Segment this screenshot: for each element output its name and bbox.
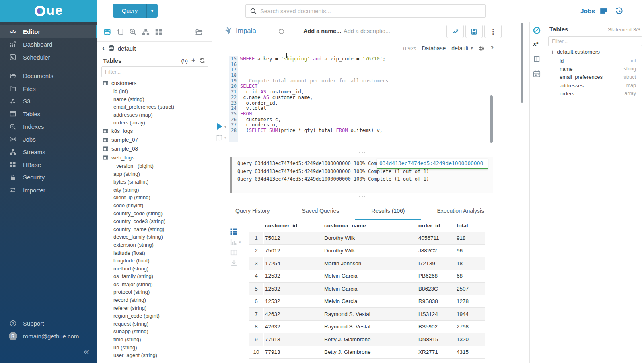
table-row[interactable]: 317254Martin JohnsonI72T3918 [249,257,485,270]
language-reference-icon[interactable] [533,56,541,63]
execute-button[interactable] [217,123,222,130]
tab-execution-analysis[interactable]: Execution Analysis [421,203,500,220]
table-row[interactable]: 612532Melvin GarciaR9S8381278 [249,295,485,308]
column-item[interactable]: code (tinyint) [97,202,212,210]
assist-table[interactable]: i default.customers [552,49,600,55]
help-icon[interactable]: ? [490,45,494,52]
table-item-sample-07[interactable]: sample_07 [97,136,212,144]
table-row[interactable]: 977913Betty J. GiambroneDN88151320 [249,333,485,346]
column-item[interactable]: method (string) [97,265,212,273]
query-id-tooltip[interactable]: 034d413ec7474ed5:4249de1000000000 [377,159,488,169]
sidebar-item-documents[interactable]: Documents [0,70,97,82]
sidebar-item-editor[interactable]: </>Editor [0,25,97,38]
table-item-customers[interactable]: customers [97,78,212,87]
columns-button[interactable] [230,249,241,256]
gear-icon[interactable] [478,45,484,52]
column-item[interactable]: record (string) [97,296,212,304]
sidebar-item-files[interactable]: Files [0,82,97,95]
tab-query-history[interactable]: Query History [219,203,286,220]
column-header-customer-name[interactable]: customer_name [323,223,418,229]
calendar-icon[interactable] [533,70,541,78]
sidebar-item-dashboard[interactable]: Dashboard [0,38,97,51]
caret-down-icon[interactable]: ▾ [146,4,158,18]
column-item[interactable]: longitude (float) [97,257,212,265]
engine-selector[interactable]: Impala [224,27,256,35]
save-button[interactable] [465,25,483,38]
column-item[interactable]: app (string) [97,170,212,178]
query-name-field[interactable]: Add a name... [303,28,341,34]
assist-column-name[interactable]: namestring [560,65,636,73]
grid-icon[interactable] [155,28,163,36]
table-row[interactable]: 412532Melvin GarciaPB626868 [249,270,485,283]
column-item[interactable]: country_code3 (string) [97,217,212,225]
user-menu[interactable]: R romain@gethue.com [0,330,97,342]
column-item[interactable]: os_family (string) [97,272,212,280]
query-history-toggle-icon[interactable] [278,29,284,35]
sidebar-item-tables[interactable]: Tables [0,108,97,121]
column-item[interactable]: extension (string) [97,241,212,249]
column-item[interactable]: latitude (float) [97,249,212,257]
column-item[interactable]: country_code (string) [97,210,212,218]
assist-column-orders[interactable]: ordersarray [560,89,636,97]
search-plus-icon[interactable] [129,28,137,36]
column-item[interactable]: request (string) [97,320,212,328]
query-button[interactable]: Query ▾ [113,4,158,18]
jobs-list-icon[interactable] [600,7,607,15]
add-table-icon[interactable]: + [191,56,195,64]
sidebar-item-jobs[interactable]: Jobs [0,133,97,146]
chevron-left-icon[interactable]: ‹ [102,43,105,52]
column-item[interactable]: id (int) [97,87,212,95]
map-icon[interactable] [216,134,222,141]
column-item[interactable]: os_major (string) [97,280,212,289]
assist-filter-input[interactable] [548,36,642,46]
execute-options-icon[interactable]: ▾ [224,125,226,129]
grid-view-button[interactable] [230,228,241,235]
column-item[interactable]: referer (string) [97,304,212,312]
database-source-icon[interactable] [103,28,111,36]
sidebar-item-s3[interactable]: S3 [0,95,97,108]
chart-view-button[interactable]: ▾ [230,239,241,245]
table-item-k8s-logs[interactable]: k8s_logs [97,127,212,136]
sidebar-item-importer[interactable]: Importer [0,184,97,197]
compass-icon[interactable] [533,27,541,34]
column-item[interactable]: country_name (string) [97,225,212,233]
column-item[interactable]: client_ip (string) [97,194,212,202]
column-header-total[interactable]: total [456,223,484,229]
database-select[interactable]: default ▾ [451,45,473,52]
assist-column-addresses[interactable]: addressesmap [560,81,636,89]
map-options-icon[interactable]: ▾ [224,136,226,140]
table-item-sample-08[interactable]: sample_08 [97,144,212,153]
search-input[interactable] [260,8,485,14]
sidebar-item-hbase[interactable]: HBase [0,159,97,171]
column-item[interactable]: subapp (string) [97,328,212,336]
table-item-web-logs[interactable]: web_logs [97,153,212,162]
functions-icon[interactable]: x² [533,41,538,47]
column-header-order-id[interactable]: order_id [418,223,456,229]
query-description-field[interactable]: Add a descriptio... [344,28,390,34]
sidebar-collapse-button[interactable]: « [0,342,97,363]
tab-results-106[interactable]: Results (106) [355,203,421,220]
more-actions-button[interactable]: ⋮ [484,25,502,38]
table-filter-input[interactable] [101,66,208,77]
column-item[interactable]: _version_ (bigint) [97,162,212,170]
column-item[interactable]: protocol (string) [97,288,212,296]
sidebar-item-security[interactable]: Security [0,171,97,184]
sidebar-item-indexes[interactable]: Indexes [0,120,97,133]
history-icon[interactable] [615,7,623,15]
resize-handle-top[interactable] [357,152,367,153]
table-row[interactable]: 275012Dorothy WilkJ882C296 [249,245,485,258]
column-item[interactable]: time (string) [97,336,212,344]
assist-column-email-preferences[interactable]: email_preferencesstruct [560,73,636,81]
table-row[interactable]: 175012Dorothy Wilk4056711918 [249,232,485,245]
hue-logo[interactable]: ue [0,0,97,22]
column-item[interactable]: email_preferences (struct) [97,103,212,111]
sidebar-item-scheduler[interactable]: Scheduler [0,51,97,64]
column-item[interactable]: user_agent (string) [97,351,212,359]
column-header-customer-id[interactable]: customer_id [264,223,323,229]
table-row[interactable]: 842632Raymond S. VestalBS59022798 [249,321,485,334]
column-item[interactable]: orders (array) [97,119,212,127]
sidebar-item-streams[interactable]: Streams [0,146,97,159]
table-row[interactable]: 1077913Betty J. GiambroneXR27714315 [249,346,485,359]
tab-saved-queries[interactable]: Saved Queries [286,203,356,220]
column-item[interactable]: region_code (bigint) [97,312,212,320]
